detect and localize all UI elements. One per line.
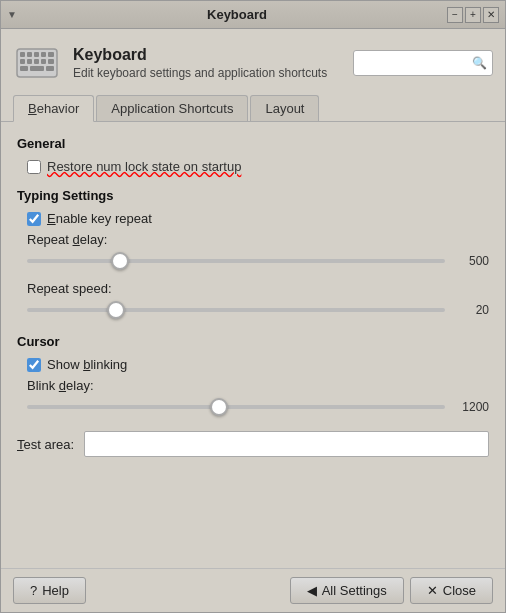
search-container: 🔍 [353,50,493,76]
svg-rect-12 [30,66,44,71]
keyboard-icon [13,39,61,87]
svg-rect-8 [34,59,39,64]
svg-rect-5 [48,52,54,57]
test-area-label: Test area: [17,437,74,452]
close-button[interactable]: ✕ Close [410,577,493,604]
test-area-label-text: Test area: [17,437,74,452]
help-label: Help [42,583,69,598]
svg-rect-13 [46,66,54,71]
app-subtitle: Edit keyboard settings and application s… [73,66,341,80]
close-label: Close [443,583,476,598]
titlebar: ▼ Keyboard − + ✕ [1,1,505,29]
enable-key-repeat-text: Enable key repeat [47,211,152,226]
maximize-button[interactable]: + [465,7,481,23]
enable-key-repeat-label[interactable]: Enable key repeat [47,211,152,226]
help-icon: ? [30,583,37,598]
restore-numlock-label[interactable]: Restore num lock state on startup [47,159,241,174]
blink-delay-row: 1200 [27,397,489,417]
tab-application-shortcuts-label: Application Shortcuts [111,101,233,116]
enable-key-repeat-checkbox[interactable] [27,212,41,226]
tab-layout[interactable]: Layout [250,95,319,121]
tab-behavior[interactable]: Behavior [13,95,94,122]
header-text: Keyboard Edit keyboard settings and appl… [73,46,341,80]
show-blinking-row: Show blinking [27,357,489,372]
repeat-speed-value: 20 [453,303,489,317]
tab-application-shortcuts[interactable]: Application Shortcuts [96,95,248,121]
repeat-speed-text: Repeat speed: [27,281,112,296]
repeat-delay-slider-container [27,251,445,271]
svg-rect-2 [27,52,32,57]
app-title: Keyboard [73,46,341,64]
enable-key-repeat-row: Enable key repeat [27,211,489,226]
all-settings-label: All Settings [322,583,387,598]
typing-settings-title: Typing Settings [17,188,489,203]
test-area-row: Test area: [17,431,489,457]
tab-behavior-label: Behavior [28,101,79,116]
cursor-title: Cursor [17,334,489,349]
blink-delay-slider-container [27,397,445,417]
window-title: Keyboard [27,7,447,22]
search-icon: 🔍 [472,56,487,70]
svg-rect-1 [20,52,25,57]
general-section: General Restore num lock state on startu… [17,136,489,174]
repeat-speed-row: 20 [27,300,489,320]
restore-numlock-row: Restore num lock state on startup [27,159,489,174]
restore-numlock-text: Restore num lock state on startup [47,159,241,174]
keyboard-window: ▼ Keyboard − + ✕ [0,0,506,613]
blink-delay-value: 1200 [453,400,489,414]
show-blinking-checkbox[interactable] [27,358,41,372]
typing-settings-section: Typing Settings Enable key repeat Repeat… [17,188,489,320]
all-settings-button[interactable]: ◀ All Settings [290,577,404,604]
svg-rect-3 [34,52,39,57]
show-blinking-label[interactable]: Show blinking [47,357,127,372]
general-title: General [17,136,489,151]
repeat-delay-slider[interactable] [27,259,445,263]
svg-rect-10 [48,59,54,64]
svg-rect-6 [20,59,25,64]
svg-rect-7 [27,59,32,64]
footer: ? Help ◀ All Settings ✕ Close [1,568,505,612]
repeat-delay-text: Repeat delay: [27,232,107,247]
repeat-speed-slider-container [27,300,445,320]
svg-rect-9 [41,59,46,64]
minimize-button[interactable]: − [447,7,463,23]
test-area-input[interactable] [84,431,489,457]
tab-layout-label: Layout [265,101,304,116]
close-button[interactable]: ✕ [483,7,499,23]
restore-numlock-checkbox[interactable] [27,160,41,174]
footer-right: ◀ All Settings ✕ Close [290,577,493,604]
repeat-delay-value: 500 [453,254,489,268]
blink-delay-slider[interactable] [27,405,445,409]
svg-rect-11 [20,66,28,71]
show-blinking-text: Show blinking [47,357,127,372]
repeat-delay-label: Repeat delay: [27,232,489,247]
help-button[interactable]: ? Help [13,577,86,604]
close-icon: ✕ [427,583,438,598]
cursor-section: Cursor Show blinking Blink delay: 1200 [17,334,489,417]
repeat-delay-row: 500 [27,251,489,271]
titlebar-controls: − + ✕ [447,7,499,23]
content-area: General Restore num lock state on startu… [1,122,505,568]
svg-rect-4 [41,52,46,57]
tabs-area: Behavior Application Shortcuts Layout [1,95,505,121]
blink-delay-text: Blink delay: [27,378,94,393]
titlebar-left: ▼ [7,9,27,20]
titlebar-arrow-icon[interactable]: ▼ [7,9,17,20]
blink-delay-label: Blink delay: [27,378,489,393]
repeat-speed-label: Repeat speed: [27,281,489,296]
repeat-speed-slider[interactable] [27,308,445,312]
header-area: Keyboard Edit keyboard settings and appl… [1,29,505,95]
all-settings-icon: ◀ [307,583,317,598]
